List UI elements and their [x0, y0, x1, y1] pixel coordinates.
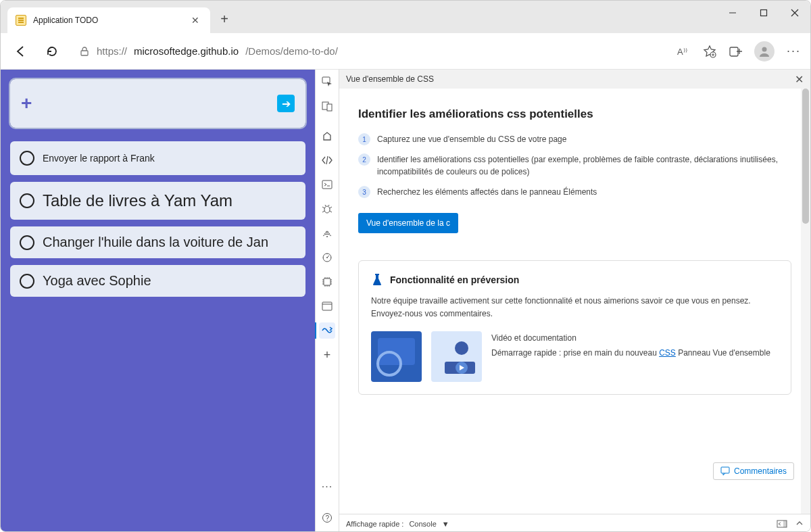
svg-rect-4 [81, 51, 88, 55]
lock-icon [79, 46, 90, 57]
task-label: Yoga avec Sophie [43, 273, 151, 289]
url-path: /Demos/demo-to-do/ [245, 45, 338, 57]
console-icon[interactable] [319, 176, 335, 193]
svg-rect-21 [324, 279, 330, 285]
capture-overview-button[interactable]: Vue d'ensemble de la c [358, 213, 458, 233]
devtools-drawer: Affichage rapide : Console ▼ [339, 514, 810, 532]
performance-icon[interactable] [319, 249, 335, 266]
svg-rect-32 [783, 521, 787, 527]
task-checkbox[interactable] [20, 151, 34, 166]
refresh-button[interactable] [41, 41, 63, 62]
preview-title: Fonctionnalité en préversion [390, 274, 519, 285]
network-icon[interactable] [319, 225, 335, 241]
elements-icon[interactable] [319, 152, 335, 168]
css-link[interactable]: CSS [659, 348, 676, 358]
url-host: microsoftedge.github.io [134, 45, 239, 57]
step-text: Recherchez les éléments affectés dans le… [377, 186, 597, 198]
svg-rect-1 [761, 10, 767, 16]
task-item[interactable]: Yoga avec Sophie [10, 265, 305, 297]
step-text: Capturez une vue d'ensemble du CSS de vo… [377, 133, 566, 145]
dock-icon[interactable] [777, 520, 787, 528]
svg-rect-30 [721, 467, 729, 473]
task-checkbox[interactable] [20, 193, 34, 208]
minimize-button[interactable] [717, 1, 748, 25]
step-number: 2 [358, 153, 370, 166]
video-thumbnail[interactable] [431, 331, 482, 382]
scrollbar[interactable] [801, 89, 810, 514]
collections-button[interactable] [729, 45, 742, 58]
task-item[interactable]: Envoyer le rapport à Frank [10, 141, 305, 175]
drawer-dropdown-icon[interactable]: ▼ [442, 520, 449, 528]
url-field[interactable]: https://microsoftedge.github.io/Demos/de… [72, 40, 668, 63]
svg-point-17 [324, 206, 330, 213]
application-icon[interactable] [319, 298, 335, 314]
video-doc-label: Vidéo et documentation [491, 331, 770, 346]
profile-button[interactable] [754, 41, 775, 62]
close-window-button[interactable] [779, 1, 810, 25]
add-task-card[interactable]: + ➔ [10, 79, 305, 128]
settings-menu-button[interactable]: ··· [787, 44, 801, 58]
svg-rect-22 [322, 302, 332, 310]
tab-title: Application TODO [33, 16, 182, 25]
svg-point-12 [762, 47, 766, 51]
task-checkbox[interactable] [20, 235, 34, 250]
window-titlebar: Application TODO ✕ + [1, 1, 810, 33]
url-scheme: https:// [97, 45, 127, 57]
svg-rect-15 [327, 104, 332, 111]
svg-point-18 [326, 236, 328, 237]
new-tab-button[interactable]: + [214, 9, 235, 29]
panel-header: Vue d'ensemble de CSS ✕ [339, 70, 810, 89]
quickstart-line: Démarrage rapide : prise en main du nouv… [491, 346, 770, 361]
back-button[interactable] [10, 41, 32, 62]
step-text: Identifier les améliorations css potenti… [377, 153, 791, 178]
devtools-panel: Vue d'ensemble de CSS ✕ Identifier les a… [339, 70, 810, 532]
preview-feature-card: Fonctionnalité en préversion Notre équip… [358, 260, 791, 395]
svg-text:?: ? [326, 514, 330, 522]
task-checkbox[interactable] [20, 274, 34, 289]
todo-app: + ➔ Envoyer le rapport à Frank Table de … [1, 70, 315, 532]
svg-rect-16 [322, 180, 332, 189]
devtools-activity-bar: + ··· ? [315, 70, 339, 532]
help-icon[interactable]: ? [319, 510, 335, 526]
submit-task-button[interactable]: ➔ [277, 95, 295, 112]
inspect-icon[interactable] [319, 74, 335, 90]
address-bar: https://microsoftedge.github.io/Demos/de… [1, 33, 810, 70]
maximize-button[interactable] [748, 1, 779, 25]
task-item[interactable]: Changer l'huile dans la voiture de Jan [10, 226, 305, 258]
task-item[interactable]: Table de livres à Yam Yam [10, 182, 305, 220]
steps-list: 1Capturez une vue d'ensemble du CSS de v… [358, 133, 791, 198]
drawer-label: Affichage rapide : [346, 520, 403, 528]
device-toggle-icon[interactable] [319, 98, 335, 114]
browser-tab[interactable]: Application TODO ✕ [7, 7, 210, 33]
panel-heading: Identifier les améliorations css potenti… [358, 107, 791, 121]
clipboard-icon [16, 15, 26, 26]
svg-rect-26 [375, 274, 379, 275]
sources-bug-icon[interactable] [319, 201, 335, 217]
panel-title: Vue d'ensemble de CSS [346, 74, 434, 84]
svg-rect-13 [322, 77, 330, 83]
step-number: 1 [358, 133, 370, 145]
feedback-button[interactable]: Commentaires [713, 462, 794, 480]
css-overview-icon[interactable] [319, 322, 335, 339]
scrollbar-thumb[interactable] [802, 89, 809, 224]
close-tab-button[interactable]: ✕ [189, 14, 202, 27]
more-tools-icon[interactable]: + [319, 347, 335, 363]
doc-thumbnail[interactable] [371, 331, 422, 382]
expand-drawer-icon[interactable] [795, 520, 804, 528]
read-aloud-button[interactable]: A⁾⁾ [677, 45, 691, 58]
favorites-button[interactable] [703, 45, 716, 58]
task-label: Table de livres à Yam Yam [43, 191, 232, 210]
devtools-more-icon[interactable]: ··· [319, 479, 335, 495]
drawer-console-tab[interactable]: Console [409, 520, 436, 528]
task-label: Envoyer le rapport à Frank [43, 153, 155, 164]
plus-icon: + [21, 93, 32, 114]
task-label: Changer l'huile dans la voiture de Jan [43, 235, 268, 250]
memory-icon[interactable] [319, 274, 335, 290]
welcome-icon[interactable] [319, 128, 335, 144]
preview-text: Notre équipe travaille activement sur ce… [371, 295, 779, 320]
svg-point-27 [455, 341, 468, 355]
flask-icon [371, 273, 383, 287]
window-controls [717, 1, 810, 25]
close-panel-button[interactable]: ✕ [795, 73, 804, 86]
svg-text:A⁾⁾: A⁾⁾ [677, 47, 687, 57]
